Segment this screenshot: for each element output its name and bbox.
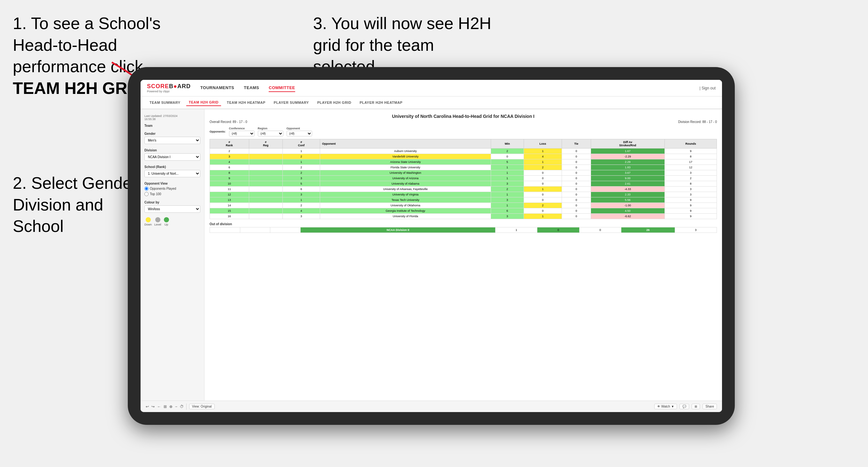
table-row: 8 2 University of Washington 1 0 0 3.67 … (210, 170, 717, 176)
subnav-team-h2h-grid[interactable]: TEAM H2H GRID (186, 99, 221, 106)
col-rounds: Rounds (664, 139, 717, 149)
table-row: 12 3 University of Virginia 1 0 0 2.33 3 (210, 192, 717, 197)
table-row: 2 1 Auburn University 2 1 0 1.67 9 (210, 149, 717, 154)
grid-button[interactable]: ⊞ (692, 404, 700, 409)
minus-icon[interactable]: − (175, 404, 177, 409)
subnav-team-summary[interactable]: TEAM SUMMARY (147, 99, 183, 106)
color-up (164, 217, 169, 222)
subnav-player-h2h-grid[interactable]: PLAYER H2H GRID (315, 99, 354, 106)
table-row: 15 4 Georgia Institute of Technology 6 0… (210, 208, 717, 214)
table-row: 13 1 Texas Tech University 3 0 0 5.56 9 (210, 197, 717, 203)
filters-row: Opponents: Conference (All) Region (All) (210, 127, 717, 136)
col-win: Win (491, 139, 524, 149)
grid-area: University of North Carolina Head-to-Hea… (205, 109, 722, 401)
table-row: 16 3 University of Florida 3 1 0 -6.62 9 (210, 214, 717, 219)
clock-icon: ⏱ (180, 404, 184, 409)
grid-title: University of North Carolina Head-to-Hea… (210, 114, 717, 119)
out-of-division-table: NCAA Division II 1 0 0 26 3 (210, 227, 717, 233)
table-body: 2 1 Auburn University 2 1 0 1.67 9 3 2 V… (210, 149, 717, 219)
col-tie: Tie (562, 139, 591, 149)
region-filter-select[interactable]: (All) (258, 131, 283, 136)
table-row: 4 1 Arizona State University 5 1 0 2.29 … (210, 159, 717, 165)
sub-nav: TEAM SUMMARY TEAM H2H GRID TEAM H2H HEAT… (141, 96, 722, 109)
conference-filter-select[interactable]: (All) (229, 131, 255, 136)
table-row: 3 2 Vanderbilt University 0 4 0 -2.29 8 (210, 154, 717, 159)
bottom-toolbar: ↩ ↪ ← ⊞ ⊕ − ⏱ View: Original 👁 Watch ▼ 💬… (141, 401, 722, 412)
comment-button[interactable]: 💬 (680, 404, 689, 409)
add-icon[interactable]: ⊕ (169, 404, 173, 409)
colour-by-select[interactable]: Win/loss (145, 206, 200, 213)
sidebar-division-section: Division NCAA Division I (145, 149, 200, 161)
color-down (146, 217, 151, 222)
nav-teams[interactable]: TEAMS (244, 84, 259, 92)
col-rank: #Rank (210, 139, 249, 149)
out-of-division-body: NCAA Division II 1 0 0 26 3 (210, 227, 717, 233)
nav-committee[interactable]: COMMITTEE (269, 84, 295, 92)
subnav-player-h2h-heatmap[interactable]: PLAYER H2H HEATMAP (357, 99, 405, 106)
main-content: Last Updated: 27/03/2024 16:55:38 Team G… (141, 109, 722, 401)
opponents-filter-label: Opponents: (210, 130, 226, 133)
colour-by-label: Colour by (145, 200, 200, 204)
grid-records: Overall Record: 89 - 17 - 0 Division Rec… (210, 120, 717, 124)
table-header: #Rank #Reg #Conf Opponent Win Loss Tie D… (210, 139, 717, 149)
school-select[interactable]: 1. University of Nort... (145, 170, 200, 177)
color-legend: Down Level Up (145, 217, 200, 226)
col-diff: Diff AvStrokes/Rnd (591, 139, 664, 149)
radio-opponents-played[interactable]: Opponents Played (145, 187, 200, 191)
share-button[interactable]: Share (703, 404, 717, 409)
subnav-player-summary[interactable]: PLAYER SUMMARY (271, 99, 311, 106)
toolbar-sep (186, 403, 187, 410)
table-row: 6 2 Florida State University 1 2 0 1.83 … (210, 165, 717, 170)
back-icon[interactable]: ← (157, 404, 161, 409)
tablet-screen: SCOREB●ARD Powered by clippi TOURNAMENTS… (141, 80, 722, 412)
nav-items: TOURNAMENTS TEAMS COMMITTEE (200, 84, 700, 92)
col-opponent: Opponent (320, 139, 491, 149)
nav-tournaments[interactable]: TOURNAMENTS (200, 84, 234, 92)
sidebar: Last Updated: 27/03/2024 16:55:38 Team G… (141, 109, 205, 401)
radio-top100[interactable]: Top 100 (145, 192, 200, 196)
app-nav: SCOREB●ARD Powered by clippi TOURNAMENTS… (141, 80, 722, 96)
h2h-table: #Rank #Reg #Conf Opponent Win Loss Tie D… (210, 139, 717, 219)
division-label: Division (145, 149, 200, 152)
view-original-button[interactable]: View: Original (189, 404, 215, 409)
col-conf: #Conf (282, 139, 320, 149)
division-name: NCAA Division II (301, 227, 496, 233)
gender-label: Gender (145, 132, 200, 135)
opponent-view-radio-group: Opponents Played Top 100 (145, 187, 200, 196)
table-row: 10 5 University of Alabama 3 0 0 2.61 8 (210, 181, 717, 187)
gender-select[interactable]: Men's (145, 137, 200, 144)
filter-conference: Conference (All) (229, 127, 255, 136)
filter-opponent: Opponent (All) (286, 127, 312, 136)
undo-icon[interactable]: ↩ (146, 404, 149, 409)
out-of-division-row: NCAA Division II 1 0 0 26 3 (210, 227, 717, 233)
sidebar-colour-section: Colour by Win/loss (145, 200, 200, 213)
sidebar-gender-section: Gender Men's (145, 132, 200, 144)
filter-region: Region (All) (258, 127, 283, 136)
table-row: 9 3 University of Arizona 1 0 0 9.00 2 (210, 176, 717, 181)
logo-sub: Powered by clippi (147, 90, 191, 93)
sign-out-button[interactable]: | Sign out (700, 86, 716, 90)
team-label: Team (145, 124, 200, 127)
tablet-frame: SCOREB●ARD Powered by clippi TOURNAMENTS… (128, 67, 735, 425)
toolbar-right: 👁 Watch ▼ 💬 ⊞ Share (654, 404, 717, 409)
col-reg: #Reg (249, 139, 282, 149)
table-row: 11 6 University of Arkansas, Fayettevill… (210, 187, 717, 192)
opponent-filter-select[interactable]: (All) (286, 131, 312, 136)
watch-button[interactable]: 👁 Watch ▼ (654, 404, 677, 409)
sidebar-school-section: School (Rank) 1. University of Nort... (145, 165, 200, 177)
col-loss: Loss (524, 139, 562, 149)
subnav-team-h2h-heatmap[interactable]: TEAM H2H HEATMAP (224, 99, 268, 106)
sidebar-team-section: Team (145, 124, 200, 127)
table-row: 14 2 University of Oklahoma 1 2 0 -1.00 … (210, 203, 717, 208)
division-select[interactable]: NCAA Division I (145, 153, 200, 161)
school-label: School (Rank) (145, 165, 200, 169)
out-of-division-header: Out of division (210, 222, 717, 226)
color-level (155, 217, 160, 222)
sidebar-timestamp: Last Updated: 27/03/2024 16:55:38 (145, 114, 200, 121)
redo-icon[interactable]: ↪ (151, 404, 155, 409)
app-logo: SCOREB●ARD Powered by clippi (147, 83, 191, 93)
crop-icon[interactable]: ⊞ (163, 404, 167, 409)
opponent-view-label: Opponent View (145, 182, 200, 185)
sidebar-opponent-view-section: Opponent View Opponents Played Top 100 (145, 182, 200, 196)
logo-text: SCOREB●ARD (147, 83, 191, 90)
